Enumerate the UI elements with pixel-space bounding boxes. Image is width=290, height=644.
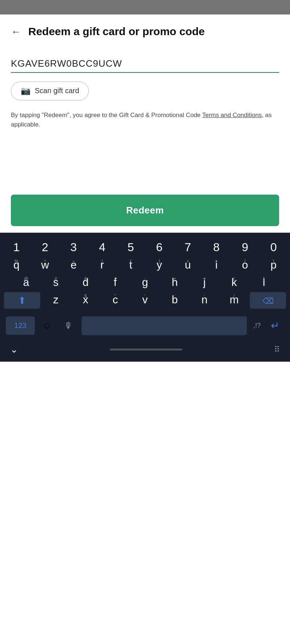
scan-gift-card-button[interactable]: 📷 Scan gift card xyxy=(11,82,89,100)
terms-link[interactable]: Terms and Conditions xyxy=(202,112,262,119)
key-h[interactable]: +h xyxy=(161,275,189,291)
key-f[interactable]: *f xyxy=(101,275,129,291)
keyboard-bottom-row: 123 ☺ 🎙 ,!? ↵ xyxy=(3,312,287,339)
key-c[interactable]: "c xyxy=(101,292,129,309)
key-u[interactable]: <u xyxy=(174,257,202,274)
status-bar xyxy=(0,0,290,14)
delete-key[interactable]: ⌫ xyxy=(250,292,286,309)
redeem-section: Redeem xyxy=(0,195,290,226)
keyboard-row-qwerty: %q ^w ~e |r [t ]y <u >i {o }p xyxy=(3,257,287,274)
key-a[interactable]: @a xyxy=(12,275,40,291)
key-o[interactable]: {o xyxy=(231,257,258,274)
key-e[interactable]: ~e xyxy=(60,257,87,274)
key-j[interactable]: =j xyxy=(190,275,219,291)
key-i[interactable]: >i xyxy=(203,257,230,274)
key-s[interactable]: #s xyxy=(42,275,70,291)
camera-icon: 📷 xyxy=(21,86,30,96)
page-title: Redeem a gift card or promo code xyxy=(28,25,205,38)
key-5[interactable]: 5 xyxy=(117,239,144,257)
key-0[interactable]: 0 xyxy=(260,239,287,257)
keyboard-row-numbers: 1 2 3 4 5 6 7 8 9 0 xyxy=(3,239,287,257)
app-content: ← Redeem a gift card or promo code 📷 Sca… xyxy=(0,14,290,226)
key-x[interactable]: $x xyxy=(71,292,100,309)
mic-key[interactable]: 🎙 xyxy=(59,317,78,335)
keyboard-row-zxcv: ⬆ _z $x "c 'v :b ;n /m ⌫ xyxy=(3,292,287,309)
code-input-wrapper xyxy=(11,55,279,73)
terms-before: By tapping "Redeem", you agree to the Gi… xyxy=(11,112,202,119)
punctuation-hint: ,!? xyxy=(250,318,264,333)
emoji-key[interactable]: ☺ xyxy=(37,316,57,335)
enter-key[interactable]: ↵ xyxy=(266,316,284,335)
key-t[interactable]: [t xyxy=(117,257,144,274)
hide-keyboard-button[interactable]: ⌄ xyxy=(10,344,18,355)
key-m[interactable]: /m xyxy=(220,292,248,309)
key-8[interactable]: 8 xyxy=(203,239,230,257)
key-1[interactable]: 1 xyxy=(3,239,30,257)
keyboard-row-asdf: @a #s &d *f -g +h =j (k )l xyxy=(3,275,287,291)
key-d[interactable]: &d xyxy=(71,275,100,291)
key-q[interactable]: %q xyxy=(3,257,30,274)
key-6[interactable]: 6 xyxy=(146,239,173,257)
back-button[interactable]: ← xyxy=(11,26,21,38)
key-r[interactable]: |r xyxy=(88,257,116,274)
redeem-button[interactable]: Redeem xyxy=(11,195,279,226)
key-y[interactable]: ]y xyxy=(146,257,173,274)
key-k[interactable]: (k xyxy=(220,275,248,291)
terms-text: By tapping "Redeem", you agree to the Gi… xyxy=(0,111,290,130)
key-g[interactable]: -g xyxy=(131,275,159,291)
key-w[interactable]: ^w xyxy=(32,257,59,274)
num-toggle-key[interactable]: 123 xyxy=(6,316,35,335)
keyboard: 1 2 3 4 5 6 7 8 9 0 %q ^w ~e |r [t ]y <u… xyxy=(0,233,290,362)
key-9[interactable]: 9 xyxy=(231,239,258,257)
key-n[interactable]: ;n xyxy=(190,292,219,309)
key-p[interactable]: }p xyxy=(260,257,287,274)
space-key[interactable] xyxy=(82,316,247,335)
shift-key[interactable]: ⬆ xyxy=(4,292,40,309)
key-b[interactable]: :b xyxy=(161,292,189,309)
key-7[interactable]: 7 xyxy=(174,239,202,257)
code-input[interactable] xyxy=(11,55,279,72)
scan-button-label: Scan gift card xyxy=(35,87,79,95)
keyboard-grid-button[interactable]: ⠿ xyxy=(274,345,280,354)
key-3[interactable]: 3 xyxy=(60,239,87,257)
keyboard-hint-bar xyxy=(3,309,287,312)
keyboard-footer: ⌄ ⠿ xyxy=(3,339,287,362)
key-z[interactable]: _z xyxy=(42,292,70,309)
key-2[interactable]: 2 xyxy=(32,239,59,257)
key-v[interactable]: 'v xyxy=(131,292,159,309)
input-section: 📷 Scan gift card xyxy=(0,46,290,100)
scroll-indicator xyxy=(110,349,182,350)
header: ← Redeem a gift card or promo code xyxy=(0,14,290,46)
key-4[interactable]: 4 xyxy=(88,239,116,257)
key-l[interactable]: )l xyxy=(250,275,278,291)
